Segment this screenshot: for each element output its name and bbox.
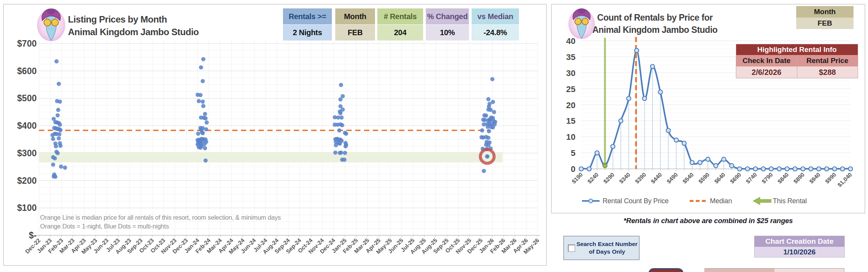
search-exact-days-panel: Search Exact Number of Days Only bbox=[563, 236, 640, 260]
svg-text:$240: $240 bbox=[586, 171, 600, 185]
left-chart-note: Orange Line is median price for all rent… bbox=[40, 213, 281, 231]
svg-text:$100: $100 bbox=[17, 203, 37, 213]
svg-text:$590: $590 bbox=[697, 171, 711, 185]
highlighted-rental-info-table: Highlighted Rental Info Check In Date Re… bbox=[736, 44, 858, 78]
svg-text:$490: $490 bbox=[665, 171, 679, 185]
listing-prices-panel: Listing Prices by Month Animal Kingdom J… bbox=[3, 4, 547, 266]
svg-text:10: 10 bbox=[566, 132, 575, 142]
pink-table-cell-right bbox=[774, 269, 844, 272]
scatter-x-axis-labels: Dec-22Jan-23Feb-23Mar-23Apr-23May-23Jun-… bbox=[24, 237, 540, 255]
search-exact-days-label: Search Exact Number of Days Only bbox=[575, 240, 639, 256]
svg-text:25: 25 bbox=[566, 84, 575, 94]
info-table-checkin-value: 2/6/2026 bbox=[736, 66, 797, 78]
rental-count-panel: Count of Rentals by Price for Animal Kin… bbox=[551, 4, 865, 214]
svg-text:$390: $390 bbox=[634, 171, 647, 185]
highlighted-rental-dot bbox=[485, 154, 489, 159]
rental-dashboard: Listing Prices by Month Animal Kingdom J… bbox=[0, 0, 868, 272]
pink-table-cell-left bbox=[705, 269, 774, 272]
svg-text:$840: $840 bbox=[776, 171, 790, 185]
legend-item-series: Rental Count By Price bbox=[582, 197, 669, 205]
svg-text:$300: $300 bbox=[17, 148, 37, 158]
median-dash-icon bbox=[690, 199, 707, 203]
legend-this-rental-label: This Rental bbox=[773, 197, 807, 205]
left-chart-note-line2: Orange Dots = 1-night, Blue Dots = multi… bbox=[40, 222, 281, 231]
line-chart-y-labels: 0510152025303540 bbox=[566, 36, 575, 174]
svg-text:$200: $200 bbox=[17, 176, 37, 186]
chart-creation-date-label: Chart Creation Date bbox=[755, 236, 844, 247]
scatter-axes bbox=[37, 235, 540, 237]
chart-creation-date-value: 1/10/2026 bbox=[755, 247, 844, 257]
svg-text:$440: $440 bbox=[650, 171, 663, 185]
svg-text:0: 0 bbox=[571, 164, 575, 174]
svg-text:$500: $500 bbox=[17, 93, 37, 103]
svg-text:40: 40 bbox=[566, 36, 575, 46]
svg-text:$640: $640 bbox=[713, 171, 727, 185]
search-exact-days-label-line2: of Days Only bbox=[575, 248, 639, 256]
left-chart-note-line1: Orange Line is median price for all rent… bbox=[40, 213, 281, 222]
svg-text:20: 20 bbox=[566, 100, 575, 110]
rental-count-line-chart: 0510152025303540$190$240$290$340$390$440… bbox=[552, 5, 865, 213]
svg-text:5: 5 bbox=[571, 148, 575, 158]
svg-text:$740: $740 bbox=[745, 171, 758, 185]
scatter-gridlines bbox=[39, 40, 538, 235]
svg-text:$940: $940 bbox=[808, 171, 822, 185]
svg-text:$600: $600 bbox=[17, 66, 37, 76]
svg-text:$1,040: $1,040 bbox=[836, 171, 853, 188]
chart-creation-date-box: Chart Creation Date 1/10/2026 bbox=[754, 236, 845, 257]
legend-median-label: Median bbox=[710, 197, 732, 205]
svg-text:$790: $790 bbox=[760, 171, 774, 185]
this-rental-arrow-icon bbox=[753, 197, 771, 205]
this-rental-price-band bbox=[39, 152, 503, 162]
partially-visible-button[interactable] bbox=[648, 268, 684, 272]
svg-text:$990: $990 bbox=[824, 171, 837, 185]
svg-text:$890: $890 bbox=[792, 171, 806, 185]
info-table-price-value: $288 bbox=[797, 66, 858, 78]
svg-text:$690: $690 bbox=[729, 171, 742, 185]
line-chart-x-labels: $190$240$290$340$390$440$490$540$590$640… bbox=[571, 171, 853, 188]
search-exact-days-label-line1: Search Exact Number bbox=[575, 240, 639, 248]
chart-legend: Rental Count By Price Median This Rental bbox=[582, 197, 807, 205]
svg-text:15: 15 bbox=[566, 116, 575, 126]
scatter-y-axis-labels: $700$600$500$400$300$200$100$- bbox=[17, 39, 37, 240]
line-series-icon bbox=[582, 198, 600, 204]
search-exact-days-checkbox[interactable] bbox=[568, 244, 575, 252]
svg-text:$290: $290 bbox=[602, 171, 616, 185]
svg-text:$340: $340 bbox=[618, 171, 632, 185]
info-table-col-price: Rental Price bbox=[797, 55, 858, 66]
svg-text:$400: $400 bbox=[17, 121, 37, 131]
svg-text:30: 30 bbox=[566, 68, 575, 78]
svg-text:$700: $700 bbox=[17, 39, 37, 49]
svg-text:35: 35 bbox=[566, 52, 575, 62]
info-table-col-checkin: Check In Date bbox=[736, 55, 797, 66]
partially-visible-pink-table bbox=[705, 268, 844, 272]
info-table-title: Highlighted Rental Info bbox=[736, 44, 858, 55]
combined-ranges-footnote: *Rentals in chart above are combined in … bbox=[551, 217, 865, 225]
legend-item-this-rental: This Rental bbox=[753, 197, 807, 205]
legend-item-median: Median bbox=[690, 197, 732, 205]
svg-text:$540: $540 bbox=[681, 171, 695, 185]
legend-series-label: Rental Count By Price bbox=[603, 197, 669, 205]
